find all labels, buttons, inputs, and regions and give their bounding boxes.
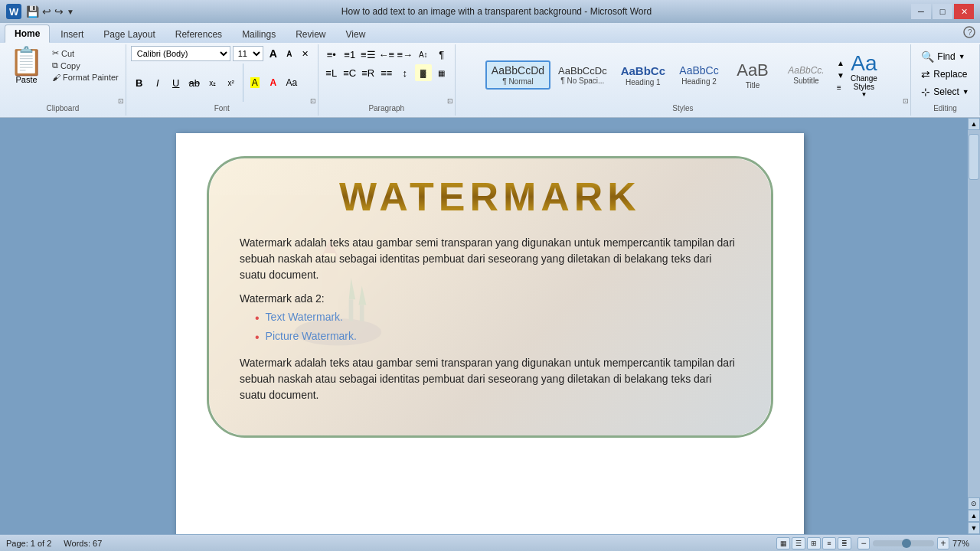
find-icon: 🔍: [921, 51, 934, 63]
save-quickaccess-icon[interactable]: 💾: [26, 5, 39, 18]
line-spacing-button[interactable]: ↕: [397, 64, 413, 81]
align-right-button[interactable]: ≡R: [360, 64, 377, 81]
tab-mailings[interactable]: Mailings: [233, 26, 285, 43]
border-button[interactable]: ▦: [433, 64, 450, 81]
tab-insert[interactable]: Insert: [51, 26, 93, 43]
style-normal[interactable]: AaBbCcDd ¶ Normal: [485, 60, 550, 90]
font-shrink-button[interactable]: A: [282, 46, 297, 61]
watermark-title: WATERMARK: [240, 174, 740, 220]
app-icon: W: [6, 4, 21, 19]
zoom-in-button[interactable]: +: [937, 537, 949, 549]
style-no-spacing[interactable]: AaBbCcDc ¶ No Spaci...: [552, 61, 613, 90]
font-grow-button[interactable]: A: [266, 46, 281, 61]
align-left-button[interactable]: ≡L: [323, 64, 340, 81]
find-button[interactable]: 🔍 Find ▼: [918, 49, 968, 64]
sort-button[interactable]: A↕: [415, 46, 432, 63]
quickaccess-more-icon[interactable]: ▼: [67, 8, 74, 16]
svg-text:?: ?: [968, 28, 972, 37]
styles-more[interactable]: ≡: [835, 82, 846, 93]
web-layout-button[interactable]: ⊞: [807, 537, 821, 549]
tab-view[interactable]: View: [337, 26, 375, 43]
document-paragraph1: Watermark adalah teks atau gambar semi t…: [240, 235, 740, 283]
strikethrough-button[interactable]: ab: [186, 74, 203, 91]
zoom-out-button[interactable]: −: [858, 537, 870, 549]
scroll-next-page[interactable]: ▼: [968, 522, 980, 534]
styles-scroll-up[interactable]: ▲: [835, 57, 846, 69]
close-button[interactable]: ✕: [954, 4, 974, 19]
ribbon-help-icon[interactable]: ?: [959, 24, 980, 43]
clear-formatting-button[interactable]: ✕: [298, 46, 313, 61]
style-heading1[interactable]: AaBbCc Heading 1: [615, 60, 671, 90]
find-label: Find: [937, 51, 955, 62]
document-area: ▲ ⊙ ▲ ▼: [0, 118, 980, 534]
scroll-up-button[interactable]: ▲: [968, 118, 980, 130]
character-shading-button[interactable]: Aa: [283, 74, 300, 91]
highlight-button[interactable]: A: [247, 74, 263, 91]
redo-quickaccess-icon[interactable]: ↪: [54, 5, 64, 18]
replace-button[interactable]: ⇄ Replace: [918, 67, 970, 82]
tab-references[interactable]: References: [166, 26, 231, 43]
ribbon-tab-bar: Home Insert Page Layout References Maili…: [0, 23, 980, 43]
superscript-button[interactable]: x²: [223, 74, 240, 91]
style-subtitle-label: Subtitle: [793, 77, 818, 85]
style-heading2-preview: AaBbCc: [679, 64, 718, 77]
watermark-count-label: Watermark ada 2:: [240, 292, 740, 305]
change-styles-label: ChangeStyles: [851, 74, 877, 91]
find-dropdown-icon: ▼: [959, 53, 965, 60]
increase-indent-button[interactable]: ≡→: [397, 46, 413, 63]
italic-button[interactable]: I: [149, 74, 166, 91]
align-center-button[interactable]: ≡C: [341, 64, 358, 81]
multilevel-list-button[interactable]: ≡☰: [360, 46, 377, 63]
paste-icon: 📋: [9, 47, 44, 75]
scroll-select-browse-object[interactable]: ⊙: [968, 497, 980, 510]
title-bar: W 💾 ↩ ↪ ▼ How to add text to an image wi…: [0, 0, 980, 23]
font-color-button[interactable]: A: [265, 74, 282, 91]
cut-button[interactable]: ✂ Cut: [50, 47, 121, 59]
style-heading2[interactable]: AaBbCc Heading 2: [673, 60, 725, 90]
bullet-item-1: • Text Watermark.: [255, 311, 740, 327]
underline-button[interactable]: U: [168, 74, 185, 91]
scroll-track[interactable]: [968, 130, 980, 497]
vertical-scrollbar[interactable]: ▲ ⊙ ▲ ▼: [968, 118, 980, 534]
paragraph-expand-icon[interactable]: ⊡: [447, 97, 453, 105]
numbered-list-button[interactable]: ≡1: [341, 46, 358, 63]
decrease-indent-button[interactable]: ←≡: [378, 46, 395, 63]
tab-home[interactable]: Home: [5, 24, 50, 43]
bold-button[interactable]: B: [131, 74, 148, 91]
style-subtitle[interactable]: AaBbCc. Subtitle: [780, 61, 832, 88]
minimize-button[interactable]: ─: [911, 4, 931, 19]
bullet-list-button[interactable]: ≡•: [323, 46, 340, 63]
clipboard-small-actions: ✂ Cut ⧉ Copy 🖌 Format Painter: [50, 47, 121, 83]
maximize-button[interactable]: □: [933, 4, 952, 19]
undo-quickaccess-icon[interactable]: ↩: [42, 5, 51, 18]
outline-button[interactable]: ≡: [822, 537, 836, 549]
justify-button[interactable]: ≡≡: [378, 64, 395, 81]
replace-label: Replace: [933, 69, 967, 80]
tab-page-layout[interactable]: Page Layout: [94, 26, 164, 43]
font-expand-icon[interactable]: ⊡: [310, 97, 316, 105]
shading-button[interactable]: ▓: [415, 64, 432, 81]
show-hide-button[interactable]: ¶: [433, 46, 450, 63]
clipboard-expand-icon[interactable]: ⊡: [118, 97, 124, 105]
change-styles-button[interactable]: Aa ChangeStyles ▼: [848, 51, 880, 99]
paste-button[interactable]: 📋 Paste: [5, 46, 48, 86]
scroll-thumb[interactable]: [969, 134, 979, 180]
format-painter-button[interactable]: 🖌 Format Painter: [50, 72, 121, 83]
style-normal-label: ¶ Normal: [502, 77, 533, 86]
styles-scroll-down[interactable]: ▼: [835, 70, 846, 81]
page-info: Page: 1 of 2: [6, 539, 51, 548]
full-reading-button[interactable]: ☰: [792, 537, 805, 549]
draft-button[interactable]: ≣: [838, 537, 851, 549]
style-title[interactable]: AaB Title: [727, 57, 779, 93]
print-layout-button[interactable]: ▦: [776, 537, 790, 549]
tab-review[interactable]: Review: [286, 26, 335, 43]
zoom-slider[interactable]: [873, 540, 934, 546]
subscript-button[interactable]: x₂: [204, 74, 221, 91]
font-size-select[interactable]: 11: [233, 46, 263, 61]
styles-expand-icon[interactable]: ⊡: [903, 97, 909, 105]
scroll-prev-page[interactable]: ▲: [968, 510, 980, 522]
select-button[interactable]: ⊹ Select ▼: [918, 84, 972, 99]
font-name-select[interactable]: Calibri (Body): [131, 46, 230, 61]
copy-button[interactable]: ⧉ Copy: [50, 60, 121, 71]
clipboard-group: 📋 Paste ✂ Cut ⧉ Copy 🖌 Format Painter C: [0, 44, 126, 116]
